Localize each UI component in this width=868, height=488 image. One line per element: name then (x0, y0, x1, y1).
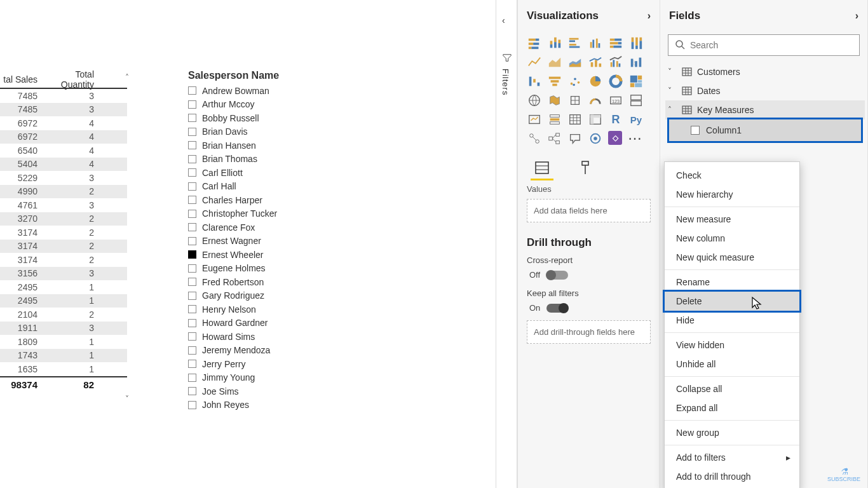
toggle-off-icon[interactable] (546, 271, 568, 280)
checkbox-icon[interactable] (188, 182, 196, 191)
funnel-icon[interactable] (547, 74, 562, 89)
checkbox-icon[interactable] (188, 210, 196, 218)
table-row[interactable]: 54044 (0, 158, 127, 172)
checkbox-icon[interactable] (188, 319, 196, 327)
slicer-item[interactable]: Jerry Perry (188, 357, 379, 371)
slicer-item[interactable]: Arthur Mccoy (188, 98, 379, 112)
table-row[interactable]: 17431 (0, 349, 127, 363)
map-icon[interactable] (527, 93, 542, 108)
menu-item[interactable]: Add to drill through (665, 467, 799, 486)
slicer-item[interactable]: Jimmy Young (188, 371, 379, 385)
pie-chart-icon[interactable] (588, 74, 603, 89)
table-row[interactable]: 31742 (0, 253, 127, 267)
menu-item[interactable]: New hierarchy (665, 185, 799, 204)
checkbox-icon[interactable] (691, 126, 700, 135)
menu-item[interactable]: New column (665, 229, 799, 248)
slicer-item[interactable]: Carl Hall (188, 180, 379, 194)
donut-chart-icon[interactable] (608, 74, 623, 89)
checkbox-icon[interactable] (188, 401, 196, 409)
drill-through-field-well[interactable]: Add drill-through fields here (527, 320, 651, 344)
qna-icon[interactable] (567, 131, 583, 146)
waterfall-icon[interactable] (527, 74, 542, 89)
checkbox-icon[interactable] (188, 305, 196, 313)
chevron-right-icon[interactable]: › (855, 10, 858, 22)
checkbox-icon[interactable] (188, 374, 196, 382)
slicer-item[interactable]: Howard Sims (188, 330, 379, 344)
checkbox-icon[interactable] (188, 264, 196, 273)
slicer-item[interactable]: Brian Davis (188, 125, 379, 139)
scroll-up-icon[interactable]: ˄ (124, 71, 130, 84)
checkbox-icon[interactable] (188, 332, 196, 341)
slicer-visual[interactable]: Salesperson Name Andrew BowmanArthur Mcc… (188, 70, 379, 412)
search-input[interactable] (690, 40, 853, 50)
slicer-item[interactable]: Brian Hansen (188, 139, 379, 152)
field-item[interactable]: Column1 (669, 119, 861, 141)
values-field-well[interactable]: Add data fields here (527, 199, 651, 222)
fields-search-box[interactable] (668, 34, 860, 56)
fields-header[interactable]: Fields › (660, 0, 867, 32)
stacked-bar-100-icon[interactable] (608, 36, 623, 51)
shape-map-icon[interactable] (567, 93, 583, 108)
col-header-qty[interactable]: Total Quantity (41, 69, 102, 90)
table-visual[interactable]: tal Sales Total Quantity 748537485369724… (0, 71, 127, 393)
table-row[interactable]: 19113 (0, 322, 127, 336)
table-row[interactable]: 31563 (0, 267, 127, 281)
filters-pane-collapsed[interactable]: ‹ Filters (496, 0, 517, 488)
stacked-area-icon[interactable] (567, 55, 583, 70)
table-row[interactable]: 16351 (0, 362, 127, 376)
slicer-item[interactable]: Joe Sims (188, 384, 379, 398)
chevron-icon[interactable]: ˅ (668, 67, 677, 76)
chevron-left-icon[interactable]: ‹ (502, 15, 505, 25)
gauge-icon[interactable] (588, 93, 603, 108)
line-stacked-column-icon[interactable] (588, 55, 603, 70)
report-canvas[interactable]: tal Sales Total Quantity 748537485369724… (0, 0, 496, 488)
slicer-item[interactable]: Christopher Tucker (188, 207, 379, 221)
python-visual-icon[interactable]: Py (628, 112, 644, 127)
scroll-down-icon[interactable]: ˅ (124, 393, 130, 405)
decomposition-tree-icon[interactable] (547, 131, 562, 146)
checkbox-icon[interactable] (188, 141, 196, 149)
checkbox-icon[interactable] (188, 387, 196, 395)
table-row[interactable]: 49902 (0, 185, 127, 199)
slicer-item[interactable]: Jeremy Mendoza (188, 344, 379, 358)
chevron-icon[interactable]: ˅ (668, 86, 677, 95)
slicer-item[interactable]: Gary Rodriguez (188, 289, 379, 303)
filled-map-icon[interactable] (547, 93, 562, 108)
toggle-on-icon[interactable] (546, 304, 568, 313)
arcgis-icon[interactable] (588, 131, 603, 146)
checkbox-icon[interactable] (188, 223, 196, 231)
chevron-right-icon[interactable]: › (648, 10, 651, 22)
field-table-row[interactable]: ˅Dates (665, 81, 865, 100)
slicer-item[interactable]: Carl Elliott (188, 166, 379, 180)
table-row[interactable]: 24951 (0, 294, 127, 308)
kpi-icon[interactable] (527, 112, 542, 127)
line-clustered-column-icon[interactable] (608, 55, 623, 70)
checkbox-icon[interactable] (188, 360, 196, 368)
area-chart-icon[interactable] (547, 55, 562, 70)
checkbox-icon[interactable] (188, 292, 196, 300)
table-row[interactable]: 47613 (0, 198, 127, 212)
slicer-item[interactable]: Ernest Wheeler (188, 248, 379, 262)
checkbox-icon[interactable] (188, 100, 196, 109)
table-row[interactable]: 24951 (0, 280, 127, 294)
table-row[interactable]: 52293 (0, 171, 127, 185)
table-row[interactable]: 65404 (0, 144, 127, 158)
table-row[interactable]: 69724 (0, 116, 127, 130)
slicer-item[interactable]: Andrew Bowman (188, 84, 379, 98)
checkbox-icon[interactable] (188, 128, 196, 136)
ribbon-chart-icon[interactable] (628, 55, 644, 70)
slicer-item[interactable]: Ernest Wagner (188, 234, 379, 248)
slicer-item[interactable]: Brian Thomas (188, 152, 379, 166)
scatter-icon[interactable] (567, 74, 583, 89)
table-row[interactable]: 21042 (0, 308, 127, 322)
menu-item[interactable]: New group (665, 423, 799, 442)
slicer-item[interactable]: Clarence Fox (188, 220, 379, 234)
menu-item[interactable]: Rename (665, 273, 799, 292)
stacked-bar-icon[interactable] (527, 36, 542, 51)
menu-item[interactable]: New measure (665, 210, 799, 229)
slicer-item[interactable]: Bobby Russell (188, 111, 379, 125)
chevron-icon[interactable]: ˄ (668, 105, 677, 114)
stacked-column-icon[interactable] (547, 36, 562, 51)
key-influencers-icon[interactable] (527, 131, 542, 146)
powerapps-visual-icon[interactable]: ◇ (608, 131, 622, 145)
